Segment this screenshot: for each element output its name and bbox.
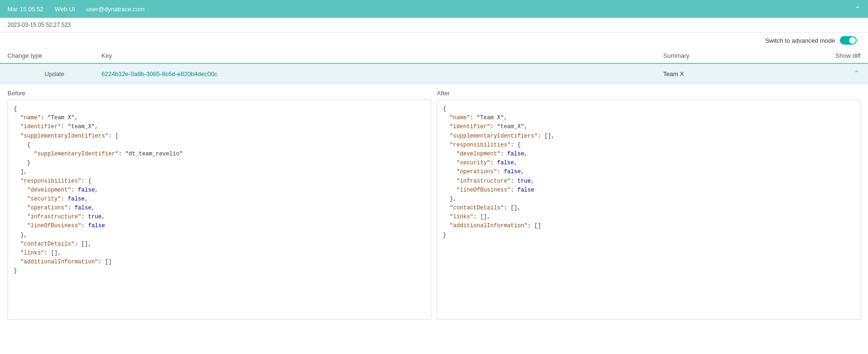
before-code-box[interactable]: { "name": "Team X", "identifier": "team_… (8, 100, 431, 320)
row-summary: Team X (663, 70, 785, 77)
row-show-diff[interactable]: ⌃ (785, 69, 860, 79)
advanced-mode-row: Switch to advanced mode (0, 32, 868, 48)
advanced-mode-label: Switch to advanced mode (765, 37, 835, 44)
topbar-source: Web UI (55, 6, 75, 13)
table-row: Update 6224b12e-0a8b-3065-8c6d-e820b4dec… (0, 64, 868, 84)
topbar-chevron-icon[interactable]: ⌃ (854, 5, 860, 14)
diff-container: Before { "name": "Team X", "identifier":… (0, 84, 868, 325)
after-label: After (437, 90, 860, 97)
timestamp-value: 2023-03-15 05:52:27.523 (8, 22, 71, 28)
col-show-diff: Show diff (785, 52, 860, 59)
row-key-link[interactable]: 6224b12e-0a8b-3065-8c6d-e820b4dec00c (101, 70, 217, 77)
before-panel: Before { "name": "Team X", "identifier":… (8, 90, 431, 320)
advanced-mode-toggle[interactable] (840, 36, 857, 45)
timestamp-row: 2023-03-15 05:52:27.523 (0, 18, 868, 32)
after-panel: After { "name": "Team X", "identifier": … (437, 90, 860, 320)
after-code-box[interactable]: { "name": "Team X", "identifier": "team_… (437, 100, 860, 320)
topbar-datetime: Mar 15 05:52 (8, 6, 44, 13)
table-header: Change type Key Summary Show diff (0, 48, 868, 64)
col-key: Key (101, 52, 663, 59)
row-key[interactable]: 6224b12e-0a8b-3065-8c6d-e820b4dec00c (101, 70, 663, 77)
top-bar: Mar 15 05:52 Web UI user@dynatrace.com ⌃ (0, 0, 868, 18)
topbar-user: user@dynatrace.com (86, 6, 145, 13)
before-label: Before (8, 90, 431, 97)
col-change-type: Change type (8, 52, 101, 59)
top-bar-left: Mar 15 05:52 Web UI user@dynatrace.com (8, 6, 144, 13)
chevron-up-icon[interactable]: ⌃ (853, 69, 860, 79)
row-change-type: Update (8, 70, 101, 77)
col-summary: Summary (663, 52, 785, 59)
